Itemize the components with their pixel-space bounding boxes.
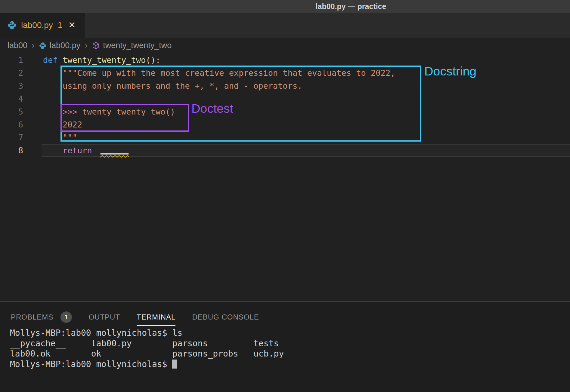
chevron-right-icon: ›: [85, 40, 88, 51]
code-text: def twenty_twenty_two():: [43, 54, 160, 66]
chevron-right-icon: ›: [32, 40, 35, 51]
panel-tab-label: OUTPUT: [88, 313, 120, 321]
python-icon: [7, 20, 17, 30]
tab-file-name: lab00.py: [21, 20, 53, 30]
whitespace-highlight-bar: [100, 153, 129, 155]
doctest-annotation-box: [60, 104, 189, 132]
breadcrumb-item-symbol[interactable]: twenty_twenty_two: [92, 41, 172, 50]
namespace-cube-icon: [92, 41, 100, 50]
line-number: 3: [0, 79, 23, 92]
panel-tab-bar: PROBLEMS1OUTPUTTERMINALDEBUG CONSOLE: [0, 302, 570, 326]
code-text: return: [43, 144, 92, 157]
terminal-output[interactable]: Mollys-MBP:lab00 mollynicholas$ ls__pyca…: [10, 328, 284, 369]
bottom-panel: PROBLEMS1OUTPUTTERMINALDEBUG CONSOLE Mol…: [0, 301, 570, 392]
panel-tab-label: PROBLEMS: [11, 313, 53, 321]
terminal-line: Mollys-MBP:lab00 mollynicholas$: [10, 359, 284, 370]
breadcrumb-item-lab00[interactable]: lab00: [8, 41, 27, 50]
title-bar: lab00.py — practice: [0, 0, 570, 13]
line-number: 8: [0, 144, 23, 157]
line-number: 6: [0, 118, 23, 131]
terminal-line: __pycache__ lab00.py parsons tests: [10, 338, 284, 349]
line-number: 4: [0, 92, 23, 105]
indent-guide: [44, 66, 44, 157]
close-icon[interactable]: ✕: [68, 21, 76, 29]
tab-lab00py[interactable]: lab00.py 1 ✕: [0, 13, 85, 38]
line-number: 7: [0, 131, 23, 144]
panel-tab-label: DEBUG CONSOLE: [192, 313, 259, 321]
terminal-line: lab00.ok ok parsons_probs ucb.py: [10, 349, 284, 359]
panel-tab-debug-console[interactable]: DEBUG CONSOLE: [192, 308, 259, 326]
panel-tab-label: TERMINAL: [137, 313, 175, 321]
problems-count-badge: 1: [60, 311, 72, 323]
doctest-annotation-label: Doctest: [191, 102, 233, 116]
terminal-line: Mollys-MBP:lab00 mollynicholas$ ls: [10, 328, 284, 338]
panel-tab-problems[interactable]: PROBLEMS1: [11, 308, 72, 326]
line-number: 5: [0, 105, 23, 118]
line-number: 2: [0, 66, 23, 79]
warning-squiggle: [100, 153, 129, 158]
tab-bar: lab00.py 1 ✕: [0, 13, 570, 38]
breadcrumb: lab00 › lab00.py › twenty_twenty_two: [8, 38, 172, 54]
window-title: lab00.py — practice: [316, 2, 386, 11]
docstring-annotation-label: Docstring: [424, 64, 476, 78]
tab-problem-badge: 1: [58, 20, 62, 30]
panel-tab-terminal[interactable]: TERMINAL: [137, 308, 175, 326]
code-line[interactable]: 1def twenty_twenty_two():: [0, 54, 570, 66]
panel-tab-output[interactable]: OUTPUT: [88, 308, 120, 326]
line-number: 1: [0, 54, 23, 66]
python-icon: [39, 42, 47, 50]
breadcrumb-item-lab00py[interactable]: lab00.py: [39, 41, 80, 50]
terminal-cursor: [172, 360, 177, 369]
code-line[interactable]: 8 return: [0, 144, 570, 157]
